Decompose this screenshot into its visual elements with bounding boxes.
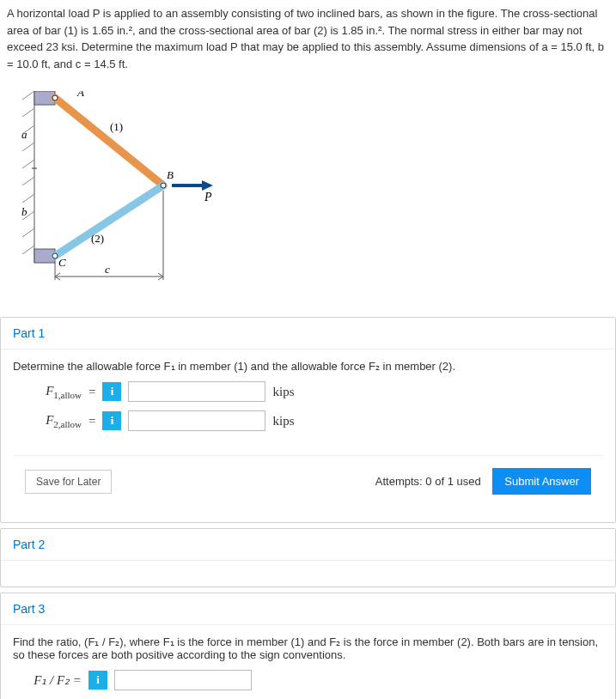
- part-2[interactable]: Part 2: [0, 528, 616, 587]
- svg-point-17: [52, 253, 58, 258]
- ratio-label: F₁ / F₂ =: [21, 672, 82, 688]
- f1-unit: kips: [272, 385, 294, 399]
- label-C: C: [58, 256, 66, 269]
- dim-a: a: [21, 128, 27, 141]
- svg-line-5: [22, 160, 34, 168]
- equals-sign: =: [88, 385, 95, 399]
- info-icon[interactable]: i: [102, 411, 121, 430]
- part-1: Part 1 Determine the allowable force F₁ …: [0, 317, 616, 523]
- bar2-label: (2): [91, 232, 104, 245]
- equals-sign: =: [88, 414, 95, 429]
- dim-c: c: [105, 263, 110, 276]
- save-for-later-button[interactable]: Save for Later: [25, 470, 112, 494]
- part-3: Part 3 Find the ratio, (F₁ / F₂), where …: [0, 593, 616, 699]
- svg-line-14: [55, 98, 163, 185]
- svg-line-7: [22, 194, 34, 203]
- part-1-title: Part 1: [1, 318, 615, 349]
- svg-line-9: [22, 228, 34, 237]
- bar1-label: (1): [110, 120, 123, 133]
- part-3-title: Part 3: [1, 593, 615, 624]
- figure: a b A B C (1) (2) P c: [0, 82, 616, 317]
- submit-answer-button[interactable]: Submit Answer: [492, 468, 591, 495]
- label-P: P: [204, 191, 212, 204]
- svg-line-10: [22, 246, 34, 254]
- part-3-prompt: Find the ratio, (F₁ / F₂), where F₁ is t…: [13, 635, 603, 661]
- f1-input[interactable]: [128, 381, 265, 402]
- label-A: A: [76, 91, 84, 99]
- info-icon[interactable]: i: [102, 382, 121, 401]
- problem-statement: A horizontal load P is applied to an ass…: [0, 0, 616, 82]
- attempts-text: Attempts: 0 of 1 used: [375, 475, 481, 488]
- f2-label: F2,allow: [21, 413, 82, 429]
- f2-input[interactable]: [128, 410, 265, 431]
- f2-unit: kips: [272, 414, 294, 429]
- svg-point-15: [52, 95, 58, 100]
- svg-point-18: [161, 183, 166, 188]
- ratio-input[interactable]: [114, 670, 252, 690]
- part-2-title: Part 2: [1, 529, 615, 560]
- dim-b: b: [21, 205, 27, 218]
- label-B: B: [167, 168, 174, 181]
- svg-line-6: [22, 177, 34, 185]
- svg-line-1: [22, 91, 34, 100]
- info-icon[interactable]: i: [88, 671, 107, 690]
- svg-line-2: [22, 108, 34, 117]
- svg-line-4: [22, 143, 34, 151]
- f1-label: F1,allow: [21, 384, 82, 400]
- part-1-prompt: Determine the allowable force F₁ in memb…: [13, 360, 603, 373]
- svg-marker-20: [202, 180, 213, 191]
- svg-line-16: [55, 185, 163, 256]
